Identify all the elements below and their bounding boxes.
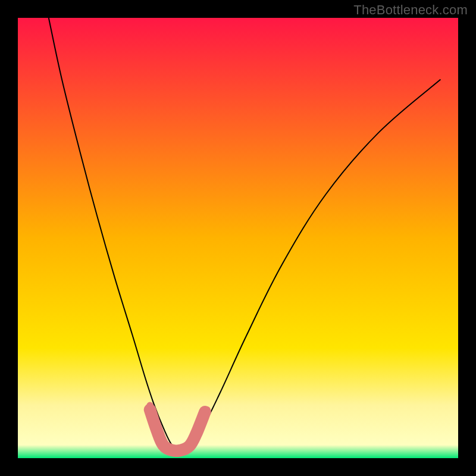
left-dot — [146, 402, 153, 409]
right-dot — [204, 406, 211, 413]
plot-background — [18, 18, 458, 458]
watermark-text: TheBottleneck.com — [353, 2, 468, 18]
bottleneck-chart — [18, 18, 458, 458]
chart-frame: TheBottleneck.com — [0, 0, 476, 476]
